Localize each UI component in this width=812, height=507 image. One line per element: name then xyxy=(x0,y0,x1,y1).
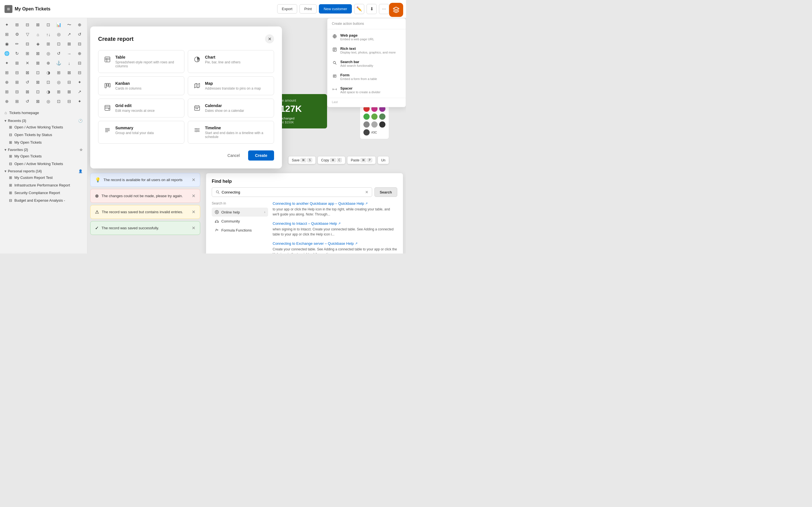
nav-favorites-active[interactable]: ⊟ Open / Active Working Tickets xyxy=(0,160,87,168)
modal-close-button[interactable]: ✕ xyxy=(265,34,274,43)
dropdown-search-bar[interactable]: Search bar Add search functionality xyxy=(327,57,406,70)
grid-icon-30[interactable]: ↺ xyxy=(54,49,63,58)
new-customer-button[interactable]: New customer xyxy=(319,4,352,13)
cancel-button[interactable]: Cancel xyxy=(222,151,246,161)
grid-icon-42[interactable]: ⊟ xyxy=(13,68,22,77)
more-options-button[interactable]: ··· xyxy=(379,4,389,14)
help-result-link-0[interactable]: Connecting to another Quickbase app – Qu… xyxy=(273,202,397,206)
color-swatch-dark[interactable] xyxy=(363,129,370,135)
grid-icon-18[interactable]: ✏ xyxy=(13,40,22,48)
report-option-calendar[interactable]: Calendar Dates show on a calendar xyxy=(188,99,274,117)
report-option-chart[interactable]: Chart Pie, bar, line and others xyxy=(188,50,274,73)
grid-icon-16[interactable]: ↺ xyxy=(75,30,84,39)
grid-icon-9[interactable]: ⊞ xyxy=(2,30,11,39)
grid-icon-17[interactable]: ◉ xyxy=(2,40,11,48)
grid-icon-28[interactable]: ⊠ xyxy=(34,49,43,58)
toast-close-2[interactable]: ✕ xyxy=(192,209,195,215)
nav-favorites-my-open[interactable]: ⊞ My Open Tickets xyxy=(0,152,87,160)
export-button[interactable]: Export xyxy=(277,4,297,13)
report-option-map[interactable]: Map Addresses translate to pins on a map xyxy=(188,76,274,95)
grid-icon-47[interactable]: ⊠ xyxy=(64,68,73,77)
grid-icon-6[interactable]: 📊 xyxy=(54,20,63,29)
grid-icon-69[interactable]: ◎ xyxy=(44,97,53,106)
grid-icon-27[interactable]: ⊞ xyxy=(23,49,32,58)
nav-budget-report[interactable]: ⊟ Budget and Expense Analysis - xyxy=(0,196,87,204)
grid-icon-65[interactable]: ⊕ xyxy=(2,97,11,106)
dropdown-rich-text[interactable]: Rich text Display text, photos, graphics… xyxy=(327,44,406,57)
color-swatch[interactable] xyxy=(371,114,377,120)
grid-icon-23[interactable]: ⊠ xyxy=(64,40,73,48)
help-nav-online[interactable]: Online help › xyxy=(212,208,268,217)
grid-icon-59[interactable]: ⊠ xyxy=(23,87,32,96)
grid-icon-48[interactable]: ⊟ xyxy=(75,68,84,77)
grid-icon-21[interactable]: ⊞ xyxy=(44,40,53,48)
grid-icon-24[interactable]: ⊟ xyxy=(75,40,84,48)
grid-icon-32[interactable]: ⊕ xyxy=(75,49,84,58)
dropdown-form[interactable]: Form Embed a form from a table xyxy=(327,70,406,83)
color-swatch[interactable] xyxy=(379,114,386,120)
grid-icon-2[interactable]: ⊞ xyxy=(13,20,22,29)
color-swatch[interactable] xyxy=(379,121,386,128)
nav-open-tickets-status[interactable]: ⊟ Open Tickets by Status xyxy=(0,131,87,138)
color-swatch[interactable] xyxy=(371,121,377,128)
grid-icon-8[interactable]: ⊕ xyxy=(75,20,84,29)
grid-icon-5[interactable]: ⊡ xyxy=(44,20,53,29)
grid-icon-34[interactable]: ⊞ xyxy=(13,59,22,68)
nav-infra-report[interactable]: ⊞ Infrastructure Performance Report xyxy=(0,181,87,189)
grid-icon-66[interactable]: ⊞ xyxy=(13,97,22,106)
grid-icon-37[interactable]: ⊕ xyxy=(44,59,53,68)
grid-icon-70[interactable]: ⊡ xyxy=(54,97,63,106)
grid-icon-67[interactable]: ↺ xyxy=(23,97,32,106)
edit-icon-button[interactable]: ✏️ xyxy=(354,4,364,14)
grid-icon-55[interactable]: ⊟ xyxy=(64,78,73,87)
color-swatch[interactable] xyxy=(363,114,370,120)
grid-icon-63[interactable]: ⊠ xyxy=(64,87,73,96)
grid-icon-36[interactable]: ⊠ xyxy=(34,59,43,68)
undo-kbd-button[interactable]: Un xyxy=(377,156,389,164)
grid-icon-68[interactable]: ⊠ xyxy=(34,97,43,106)
save-kbd-button[interactable]: Save ⌘ S xyxy=(288,156,316,164)
grid-icon-4[interactable]: ⊠ xyxy=(34,20,43,29)
nav-section-recents[interactable]: ▾ Recents (3) 🕐 xyxy=(0,117,87,123)
create-button[interactable]: Create xyxy=(248,151,274,161)
grid-icon-26[interactable]: ↻ xyxy=(13,49,22,58)
grid-icon-64[interactable]: ↗ xyxy=(75,87,84,96)
nav-section-personal[interactable]: ▾ Personal reports (14) 👤 xyxy=(0,168,87,174)
grid-icon-40[interactable]: ⊟ xyxy=(75,59,84,68)
clear-search-button[interactable]: ✕ xyxy=(365,190,368,194)
nav-my-open-tickets-recent[interactable]: ⊞ My Open Tickets xyxy=(0,138,87,146)
help-nav-formula[interactable]: Formula Functions xyxy=(212,226,268,235)
search-input-wrapper[interactable]: ✕ xyxy=(212,187,372,197)
toast-close-3[interactable]: ✕ xyxy=(192,225,195,231)
grid-icon-71[interactable]: ⊟ xyxy=(64,97,73,106)
grid-icon-13[interactable]: ↑↓ xyxy=(44,30,53,39)
nav-section-favorites[interactable]: ▾ Favorites (2) ☆ xyxy=(0,146,87,152)
grid-icon-45[interactable]: ◑ xyxy=(44,68,53,77)
nav-active-working-tickets[interactable]: ⊞ Open / Active Working Tickets xyxy=(0,123,87,131)
grid-icon-51[interactable]: ↺ xyxy=(23,78,32,87)
grid-icon-35[interactable]: ✕ xyxy=(23,59,32,68)
grid-icon-61[interactable]: ◑ xyxy=(44,87,53,96)
grid-icon-60[interactable]: ⊡ xyxy=(34,87,43,96)
grid-icon-12[interactable]: ⌂ xyxy=(34,30,43,39)
nav-custom-report[interactable]: ⊞ My Custom Report Test xyxy=(0,174,87,181)
print-button[interactable]: Print xyxy=(299,4,317,13)
nav-tickets-homepage[interactable]: ⌂ Tickets homepage xyxy=(0,108,87,117)
grid-icon-11[interactable]: ▽ xyxy=(23,30,32,39)
grid-icon-57[interactable]: ⊞ xyxy=(2,87,11,96)
nav-security-report[interactable]: ⊞ Security Compliance Report xyxy=(0,189,87,196)
grid-icon-43[interactable]: ⊠ xyxy=(23,68,32,77)
toast-close-1[interactable]: ✕ xyxy=(192,193,195,199)
grid-icon-31[interactable]: → xyxy=(64,49,73,58)
grid-icon-39[interactable]: ↓ xyxy=(64,59,73,68)
paste-kbd-button[interactable]: Paste ⌘ P xyxy=(347,156,375,164)
copy-kbd-button[interactable]: Copy ⌘ C xyxy=(317,156,345,164)
grid-icon-62[interactable]: ⊞ xyxy=(54,87,63,96)
grid-icon-58[interactable]: ⊟ xyxy=(13,87,22,96)
grid-icon-29[interactable]: ◎ xyxy=(44,49,53,58)
grid-icon-19[interactable]: ⊟ xyxy=(23,40,32,48)
color-swatch[interactable] xyxy=(363,121,370,128)
grid-icon-25[interactable]: 🌐 xyxy=(2,49,11,58)
grid-icon-22[interactable]: ⊡ xyxy=(54,40,63,48)
grid-icon-44[interactable]: ⊡ xyxy=(34,68,43,77)
